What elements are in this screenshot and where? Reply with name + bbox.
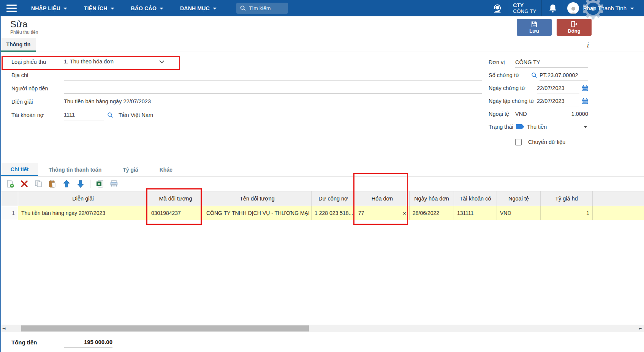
tab-thong-tin[interactable]: Thông tin: [1, 38, 36, 52]
search-icon: [240, 5, 246, 11]
scroll-left-icon[interactable]: ◄: [2, 326, 5, 331]
user-menu[interactable]: Phan Thanh Tịnh: [564, 2, 644, 14]
col-header-num[interactable]: [1, 191, 18, 206]
notifications-bell-icon[interactable]: [542, 0, 564, 16]
scroll-right-icon[interactable]: ►: [639, 326, 642, 331]
hamburger-menu-icon[interactable]: [0, 5, 23, 12]
menu-label: NHẬP LIỆU: [31, 5, 60, 11]
trang-thai-select[interactable]: Thu tiền: [516, 122, 588, 132]
col-header-dien-giai[interactable]: Diễn giải: [18, 191, 148, 206]
menu-nhap-lieu[interactable]: NHẬP LIỆU: [23, 0, 76, 16]
support-headset-icon[interactable]: [487, 0, 509, 16]
tab-chi-tiet[interactable]: Chi tiết: [1, 163, 38, 176]
chuyen-du-lieu-checkbox[interactable]: [515, 139, 522, 145]
ngay-chung-tu-input[interactable]: 22/07/2023: [537, 83, 579, 93]
col-header-tai-khoan-co[interactable]: Tài khoản có: [454, 191, 497, 206]
don-vi-input[interactable]: CÔNG TY: [515, 57, 588, 68]
chevron-down-icon: [111, 8, 114, 9]
move-up-icon[interactable]: [62, 179, 71, 188]
calendar-icon[interactable]: [582, 85, 588, 91]
field-label-tai-khoan-no: Tài khoản nợ: [11, 112, 64, 118]
horizontal-scrollbar[interactable]: ◄ ►: [1, 325, 644, 332]
app-window: NHẬP LIỆU TIỆN ÍCH BÁO CÁO DANH MỤC ⚙: [0, 0, 644, 352]
ty-gia-input[interactable]: 1.0000: [541, 109, 588, 119]
col-header-ten-doi-tuong[interactable]: Tên đối tượng: [203, 191, 312, 206]
field-label-ngay-lap-chung-tu: Ngày lập chứng từ: [489, 98, 537, 104]
totals-footer: Tổng tiền 195 000.00: [1, 332, 644, 352]
cell-dien-giai[interactable]: Thu tiền bán hàng ngày 22/07/2023: [18, 206, 148, 220]
account-lookup-icon[interactable]: [107, 112, 113, 118]
scrollbar-thumb[interactable]: [21, 325, 309, 331]
nguoi-nop-tien-input[interactable]: [64, 83, 482, 94]
delete-row-icon[interactable]: [20, 179, 29, 188]
form-left-column: Loại phiếu thu 1. Thu theo hóa đơn Địa c…: [1, 55, 484, 122]
main-tabbar: Thông tin i: [1, 38, 644, 52]
col-header-ma-doi-tuong[interactable]: Mã đối tượng: [148, 191, 203, 206]
menu-bao-cao[interactable]: BÁO CÁO: [123, 0, 172, 16]
print-icon[interactable]: [109, 179, 119, 188]
add-row-icon[interactable]: [6, 179, 15, 188]
col-header-ngay-hoa-don[interactable]: Ngày hóa đơn: [410, 191, 454, 206]
chevron-down-icon: [159, 60, 165, 63]
loai-phieu-thu-value: 1. Thu theo hóa đơn: [64, 58, 159, 65]
dia-chi-input[interactable]: [64, 70, 482, 81]
copy-icon[interactable]: [34, 179, 43, 188]
tab-khac[interactable]: Khác: [149, 163, 183, 176]
cell-ma-doi-tuong[interactable]: 0301984237: [148, 206, 203, 220]
close-button[interactable]: Đóng: [557, 19, 592, 36]
chuyen-du-lieu-label: Chuyển dữ liệu: [528, 139, 565, 145]
row-number: 1: [1, 206, 18, 220]
form-right-column: Đơn vị CÔNG TY Số chứng từ PT.23.07.0000…: [489, 56, 588, 148]
close-label: Đóng: [568, 28, 580, 34]
exit-door-icon: [571, 21, 578, 27]
field-label-dien-giai: Diễn giải: [11, 99, 64, 105]
ngay-lap-chung-tu-input[interactable]: 22/07/2023: [537, 96, 579, 106]
ngoai-te-input[interactable]: VND: [515, 109, 537, 119]
tab-ty-gia[interactable]: Tỷ giá: [112, 163, 149, 176]
company-switcher[interactable]: CTY CÔNG TY: [509, 1, 541, 16]
chevron-down-icon: [213, 8, 217, 9]
tai-khoan-no-input[interactable]: 1111: [64, 110, 104, 120]
cell-ngay-hoa-don[interactable]: 28/06/2022: [410, 206, 454, 220]
cell-ten-doi-tuong[interactable]: CÔNG TY TNHH DỊCH VỤ - THƯƠNG MẠI ...: [203, 206, 312, 220]
table-row[interactable]: 1 Thu tiền bán hàng ngày 22/07/2023 0301…: [1, 206, 644, 220]
cell-tai-khoan-co[interactable]: 131111: [454, 206, 497, 220]
info-icon[interactable]: i: [587, 41, 589, 49]
global-search-box[interactable]: [236, 3, 288, 14]
loai-phieu-thu-select[interactable]: 1. Thu theo hóa đơn: [64, 57, 174, 67]
cell-du-cong-no[interactable]: 1 228 023 518....: [312, 206, 355, 220]
col-header-ty-gia-hd[interactable]: Tỷ giá hđ: [541, 191, 593, 206]
menu-tien-ich[interactable]: TIỆN ÍCH: [76, 0, 123, 16]
clear-invoice-icon[interactable]: ×: [400, 210, 406, 216]
field-label-so-chung-tu: Số chứng từ: [489, 72, 531, 78]
search-input[interactable]: [249, 5, 283, 11]
calendar-icon[interactable]: [582, 98, 588, 104]
col-header-ngoai-te[interactable]: Ngoại tệ: [497, 191, 541, 206]
hoa-don-value: 77: [358, 210, 364, 216]
export-excel-icon[interactable]: X: [95, 179, 104, 188]
menu-label: TIỆN ÍCH: [84, 5, 108, 11]
chevron-down-icon: [630, 8, 634, 9]
ngoai-te-value: VND: [515, 111, 527, 117]
tab-thong-tin-thanh-toan[interactable]: Thông tin thanh toán: [38, 163, 112, 176]
cell-ngoai-te[interactable]: VND: [497, 206, 541, 220]
cell-ty-gia-hd[interactable]: 1: [541, 206, 593, 220]
dien-giai-input[interactable]: Thu tiền bán hàng ngày 22/07/2023: [64, 96, 482, 107]
page-title: Sửa: [10, 19, 38, 29]
so-chung-tu-input[interactable]: PT.23.07.00002: [540, 70, 588, 81]
page-subtitle: Phiếu thu tiền: [10, 30, 38, 35]
chevron-down-icon: [63, 8, 67, 9]
total-value: 195 000.00: [64, 336, 112, 348]
chevron-down-icon: [584, 126, 587, 128]
move-down-icon[interactable]: [76, 179, 85, 188]
paste-icon[interactable]: [48, 179, 57, 188]
cell-hoa-don[interactable]: 77 ×: [355, 206, 410, 220]
form-window: Sửa Phiếu thu tiền Lưu: [0, 16, 644, 352]
field-label-loai-phieu-thu: Loại phiếu thu: [11, 59, 64, 65]
col-header-du-cong-no[interactable]: Dư công nợ: [312, 191, 355, 206]
top-navbar: NHẬP LIỆU TIỆN ÍCH BÁO CÁO DANH MỤC ⚙: [0, 0, 644, 16]
menu-danh-muc[interactable]: DANH MỤC: [172, 0, 225, 16]
save-button[interactable]: Lưu: [517, 19, 552, 36]
col-header-hoa-don[interactable]: Hóa đơn: [355, 191, 410, 206]
voucher-lookup-icon[interactable]: [531, 72, 537, 78]
